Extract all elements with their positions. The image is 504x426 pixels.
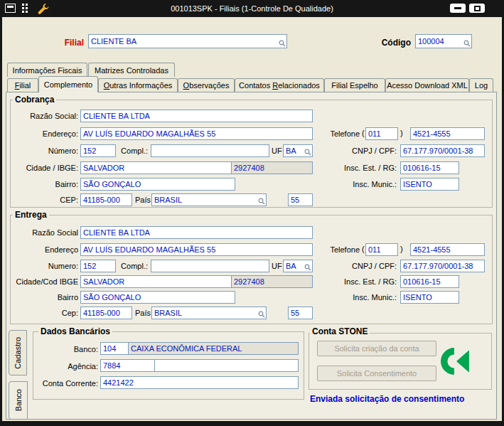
pais-cod-field[interactable]: 55 (288, 307, 313, 319)
tab-contatos-relacionados[interactable]: Contatos Relacionados (235, 78, 324, 92)
numero-field[interactable]: 152 (80, 144, 116, 157)
insc-mun-label: Insc. Munic.: (313, 180, 397, 188)
cep-label: CEP: (14, 196, 78, 204)
cidade-field[interactable]: SALVADOR (80, 161, 232, 174)
solicita-consentimento-button[interactable]: Solicita Consentimento (317, 366, 436, 381)
lookup-icon[interactable] (258, 311, 265, 318)
filial-value: CLIENTE BA (91, 37, 136, 46)
tab-matrizes-controladas[interactable]: Matrizes Controladas (88, 63, 175, 77)
tab-filial[interactable]: Filial (7, 78, 38, 92)
maximize-button[interactable] (469, 4, 485, 13)
pais-label: País (135, 196, 151, 204)
cep-field[interactable]: 41185-000 (80, 307, 132, 319)
filial-field[interactable]: CLIENTE BA (88, 34, 287, 48)
cep-label: Cep: (14, 309, 78, 317)
endereco-label: Endereço: (14, 129, 78, 138)
cnpj-field[interactable]: 67.177.970/0001-38 (400, 260, 485, 272)
compl-field[interactable] (151, 260, 269, 272)
razao-social-label: Razão Social: (14, 112, 78, 120)
insc-est-label: Insc. Est. / RG: (313, 164, 397, 172)
tab-outras-informacoes[interactable]: Outras Informações (98, 78, 178, 92)
codigo-value: 100004 (418, 37, 444, 46)
insc-mun-field[interactable]: ISENTO (400, 291, 459, 304)
agencia-field[interactable]: 7884 (100, 359, 155, 372)
endereco-field[interactable]: AV LUÍS EDUARDO MAGALHÃES 55 (80, 243, 313, 256)
conta-corrente-label: Conta Corrente: (37, 379, 98, 388)
conta-stone-caption: Conta STONE (310, 326, 370, 336)
cobranca-caption: Cobrança (13, 95, 56, 105)
lookup-icon[interactable] (304, 264, 311, 271)
cep-field[interactable]: 41185-000 (80, 193, 132, 206)
tab-acesso-download-xml[interactable]: Acesso Download XML (385, 78, 469, 92)
side-tab-cadastro[interactable]: Cadastro (9, 330, 27, 376)
lookup-icon[interactable] (304, 149, 311, 156)
minimize-button[interactable] (450, 4, 466, 13)
insc-mun-field[interactable]: ISENTO (400, 178, 459, 191)
pais-field[interactable]: BRASIL (151, 307, 267, 319)
pais-field[interactable]: BRASIL (151, 193, 267, 206)
telefone-label: Telefone (306, 129, 360, 138)
cnpj-field[interactable]: 67.177.970/0001-38 (400, 144, 485, 157)
agencia-extra-field[interactable] (154, 359, 299, 372)
uf-label: UF (272, 262, 282, 270)
entrega-caption: Entrega (13, 210, 49, 220)
titlebar: 001013SPK - Filiais (1-Controle De Quali… (0, 0, 504, 17)
compl-label: Compl.: (118, 147, 148, 155)
razao-social-label: Razão Social (11, 228, 78, 237)
ibge-field: 2927408 (231, 161, 313, 174)
codigo-field[interactable]: 100004 (415, 34, 472, 48)
paren-open: ( (362, 129, 365, 137)
cidade-ibge-label: Cidade/Cod IBGE (11, 277, 78, 286)
tab-filial-espelho[interactable]: Filial Espelho (324, 78, 385, 92)
paren-close: ) (400, 245, 403, 253)
tab-complemento[interactable]: Complemento (38, 76, 98, 92)
banco-label: Banco: (37, 345, 98, 353)
bairro-field[interactable]: SÃO GONÇALO (80, 178, 235, 191)
consent-status-text: Enviada solicitação de consentimento (310, 394, 464, 404)
bairro-label: Bairro: (14, 180, 78, 188)
banco-cod-field[interactable]: 104 (100, 342, 129, 355)
cidade-field[interactable]: SALVADOR (80, 275, 232, 288)
ddd-field[interactable]: 011 (365, 127, 398, 140)
conta-corrente-field[interactable]: 4421422 (100, 376, 299, 389)
numero-field[interactable]: 152 (80, 260, 116, 272)
dados-bancarios-caption: Dados Bancários (38, 326, 112, 336)
lookup-icon[interactable] (258, 198, 265, 205)
uf-value: BA (286, 262, 296, 270)
razao-social-field[interactable]: CLIENTE BA LTDA (80, 110, 313, 122)
telefone-field[interactable]: 4521-4555 (410, 243, 485, 256)
uf-label: UF (272, 147, 282, 155)
side-tab-banco[interactable]: Banco (9, 381, 28, 420)
side-tab-banco-label: Banco (14, 389, 23, 411)
insc-est-field[interactable]: 010616-15 (400, 275, 459, 288)
bairro-label: Bairro (11, 293, 78, 302)
uf-field[interactable]: BA (283, 144, 313, 157)
uf-value: BA (286, 147, 296, 155)
insc-est-label: Insc. Est. / RG: (313, 277, 397, 286)
filial-label: Filial (41, 38, 84, 48)
pais-cod-field[interactable]: 55 (288, 193, 313, 206)
bairro-field[interactable]: SÃO GONÇALO (80, 291, 235, 304)
paren-close: ) (400, 129, 403, 137)
tab-informacoes-fiscais[interactable]: Informações Fiscais (7, 63, 87, 77)
cnpj-label: CNPJ / CPF: (313, 147, 397, 155)
pais-value: BRASIL (154, 196, 182, 204)
solicita-criacao-button[interactable]: Solicita criação da conta (317, 341, 436, 356)
lookup-icon[interactable] (463, 40, 471, 47)
compl-field[interactable] (151, 144, 269, 157)
ibge-field: 2927408 (231, 275, 313, 288)
telefone-field[interactable]: 4521-4555 (410, 127, 485, 140)
endereco-field[interactable]: AV LUÍS EDUARDO MAGALHÃES 55 (80, 127, 313, 140)
razao-social-field[interactable]: CLIENTE BA LTDA (80, 226, 313, 239)
uf-field[interactable]: BA (283, 260, 313, 272)
telefone-label: Telefone (306, 245, 360, 254)
cidade-ibge-label: Cidade / IBGE: (11, 164, 78, 172)
tab-log[interactable]: Log (469, 78, 493, 92)
maximize-icon (474, 6, 481, 11)
lookup-icon[interactable] (279, 40, 286, 47)
insc-mun-label: Insc. Munic.: (313, 293, 397, 302)
ddd-field[interactable]: 011 (365, 243, 398, 256)
window-title: 001013SPK - Filiais (1-Controle De Quali… (0, 4, 504, 13)
tab-observacoes[interactable]: Observações (178, 78, 235, 92)
insc-est-field[interactable]: 010616-15 (400, 161, 459, 174)
